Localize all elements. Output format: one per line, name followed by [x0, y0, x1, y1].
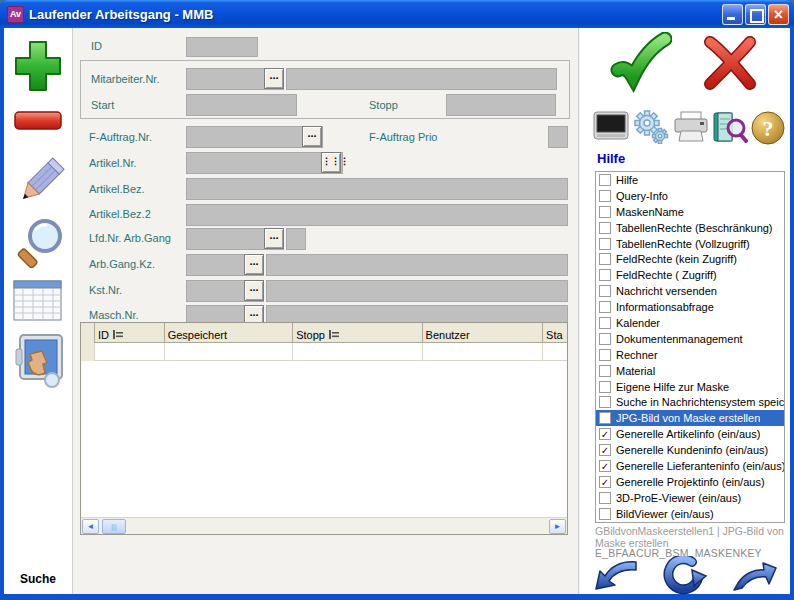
arbgangkz-label: Arb.Gang.Kz. — [89, 258, 155, 270]
help-item[interactable]: MaskenName — [596, 204, 784, 220]
help-item[interactable]: FeldRechte (kein Zugriff) — [596, 251, 784, 267]
mitarbeiter-name-field[interactable] — [286, 68, 557, 90]
fauftrag-label: F-Auftrag.Nr. — [89, 131, 152, 143]
row-selector-header[interactable] — [81, 323, 95, 343]
help-item[interactable]: Informationsabfrage — [596, 299, 784, 315]
redo-arrow-icon[interactable] — [730, 556, 778, 600]
lfdnr-extra-field[interactable] — [286, 228, 306, 250]
help-item[interactable]: Suche in Nachrichtensystem speich — [596, 394, 784, 410]
scroll-right-icon[interactable]: ► — [549, 519, 566, 534]
settings-gears-icon[interactable] — [632, 110, 670, 148]
help-item[interactable]: Rechner — [596, 347, 784, 363]
column-header-gespeichert[interactable]: Gespeichert — [165, 323, 293, 343]
help-item[interactable]: Material — [596, 363, 784, 379]
artikelnr-grid-lookup-button[interactable]: ⋮⋮⋮ — [321, 152, 341, 173]
checkbox[interactable] — [599, 301, 611, 313]
minimize-button[interactable] — [722, 4, 743, 25]
arbgangkz-desc-field[interactable] — [266, 254, 568, 276]
column-header-status[interactable]: Sta — [543, 323, 567, 343]
titlebar: Av Laufender Arbeitsgang - MMB — [0, 0, 794, 28]
fauftrag-lookup-button[interactable]: ... — [302, 126, 322, 147]
arbgangkz-lookup-button[interactable]: ... — [244, 254, 264, 275]
delete-icon[interactable] — [12, 108, 64, 138]
cancel-icon[interactable] — [698, 32, 760, 98]
checkbox[interactable]: ✓ — [599, 460, 611, 472]
artikelnr-field[interactable] — [186, 152, 343, 174]
edit-icon[interactable] — [12, 154, 68, 214]
help-item[interactable]: JPG-Bild von Maske erstellen — [596, 410, 784, 426]
horizontal-scrollbar[interactable]: ◄ ||| ► — [81, 517, 567, 534]
help-item-label: BildViewer (ein/aus) — [616, 508, 714, 520]
table-view-icon[interactable] — [12, 279, 64, 327]
touch-mode-icon[interactable] — [12, 331, 70, 395]
id-field[interactable] — [186, 37, 258, 57]
lfdnr-lookup-button[interactable]: ... — [264, 228, 284, 249]
print-icon[interactable] — [672, 110, 710, 148]
undo-arrow-icon[interactable] — [592, 556, 640, 600]
document-search-icon[interactable] — [711, 110, 749, 150]
column-header-id[interactable]: ID — [95, 323, 165, 343]
confirm-icon[interactable] — [610, 32, 672, 98]
search-icon[interactable] — [12, 216, 68, 274]
help-item[interactable]: Kalender — [596, 315, 784, 331]
help-item[interactable]: Query-Info — [596, 188, 784, 204]
checkbox[interactable] — [599, 333, 611, 345]
mitarbeiter-lookup-button[interactable]: ... — [264, 68, 284, 89]
stopp-field[interactable] — [446, 94, 556, 116]
artikelbez-field[interactable] — [186, 178, 568, 200]
maximize-button[interactable] — [745, 4, 766, 25]
checkbox[interactable] — [599, 365, 611, 377]
column-header-stopp[interactable]: Stopp — [293, 323, 422, 343]
help-item[interactable]: ✓Generelle Kundeninfo (ein/aus) — [596, 442, 784, 458]
kstnr-lookup-button[interactable]: ... — [244, 280, 264, 301]
scroll-left-icon[interactable]: ◄ — [82, 519, 99, 534]
checkbox[interactable] — [599, 253, 611, 265]
help-item[interactable]: Nachricht versenden — [596, 283, 784, 299]
scrollbar-thumb[interactable]: ||| — [102, 519, 126, 534]
checkbox[interactable] — [599, 285, 611, 297]
help-panel-title: Hilfe — [597, 151, 625, 166]
checkbox[interactable] — [599, 222, 611, 234]
column-header-benutzer[interactable]: Benutzer — [423, 323, 544, 343]
checkbox[interactable] — [599, 174, 611, 186]
add-icon[interactable] — [12, 38, 64, 100]
checkbox[interactable] — [599, 412, 611, 424]
help-item[interactable]: Hilfe — [596, 172, 784, 188]
checkbox[interactable]: ✓ — [599, 476, 611, 488]
help-item[interactable]: 3D-ProE-Viewer (ein/aus) — [596, 490, 784, 506]
help-item[interactable]: ✓Generelle Lieferanteninfo (ein/aus) — [596, 458, 784, 474]
checkbox[interactable] — [599, 396, 611, 408]
refresh-arrow-icon[interactable] — [662, 556, 708, 600]
artikelbez2-field[interactable] — [186, 204, 568, 226]
checkbox[interactable] — [599, 317, 611, 329]
checkbox[interactable]: ✓ — [599, 428, 611, 440]
checkbox[interactable] — [599, 349, 611, 361]
kstnr-desc-field[interactable] — [266, 280, 568, 302]
help-icon[interactable]: ? — [750, 110, 786, 150]
checkbox[interactable] — [599, 190, 611, 202]
table-row[interactable] — [81, 343, 567, 361]
checkbox[interactable] — [599, 492, 611, 504]
help-item[interactable]: ✓Generelle Artikelinfo (ein/aus) — [596, 426, 784, 442]
checkbox[interactable] — [599, 206, 611, 218]
help-item[interactable]: FeldRechte ( Zugriff) — [596, 267, 784, 283]
gespeichert-header-label: Gespeichert — [168, 329, 227, 341]
help-item[interactable]: Eigene Hilfe zur Maske — [596, 379, 784, 395]
help-options-list[interactable]: HilfeQuery-InfoMaskenNameTabellenRechte … — [595, 171, 785, 523]
checkbox[interactable]: ✓ — [599, 444, 611, 456]
close-button[interactable] — [768, 4, 789, 25]
checkbox[interactable] — [599, 508, 611, 520]
checkbox[interactable] — [599, 238, 611, 250]
help-item[interactable]: TabellenRechte (Vollzugriff) — [596, 236, 784, 252]
help-item[interactable]: ✓Generelle Projektinfo (ein/aus) — [596, 474, 784, 490]
start-field[interactable] — [186, 94, 297, 116]
row-selector-cell[interactable] — [81, 343, 95, 361]
help-item[interactable]: BildViewer (ein/aus) — [596, 506, 784, 522]
checkbox[interactable] — [599, 381, 611, 393]
help-item[interactable]: TabellenRechte (Beschränkung) — [596, 220, 784, 236]
checkbox[interactable] — [599, 269, 611, 281]
monitor-icon[interactable] — [593, 110, 629, 146]
help-item[interactable]: Dokumentenmanagement — [596, 331, 784, 347]
help-item-label: Generelle Artikelinfo (ein/aus) — [616, 428, 760, 440]
fprio-field[interactable] — [548, 126, 568, 148]
